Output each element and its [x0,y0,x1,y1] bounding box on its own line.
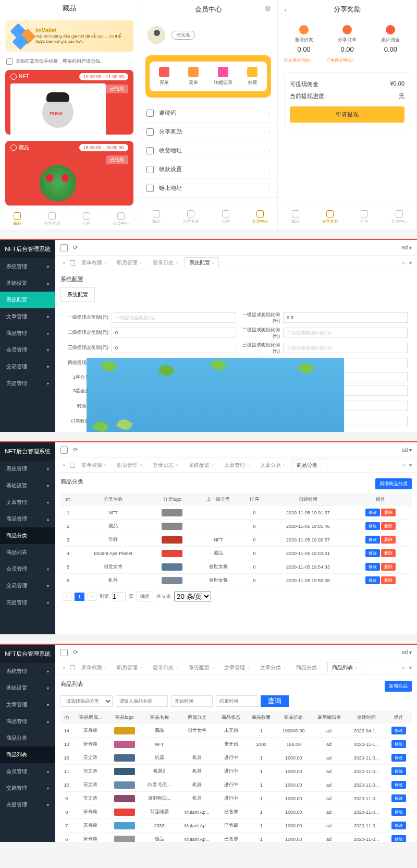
sidebar-item-member[interactable]: 会员管理▾ [0,763,55,780]
sidebar-item-category[interactable]: 商品分类 [0,527,55,544]
menu-icon[interactable] [60,447,68,454]
sidebar-item-category[interactable]: 商品分类 [0,730,55,746]
tabs-prev-icon[interactable]: « [60,260,68,266]
menu-icon[interactable] [60,649,68,656]
edit-button[interactable]: 修改 [365,536,380,544]
tabs-prev-icon[interactable]: « [60,462,68,468]
quick-transfer[interactable]: 转赠记录 [208,62,238,91]
sidebar-item-article[interactable]: 文章管理▾ [0,308,55,325]
refresh-icon[interactable]: ⟳ [73,447,78,453]
menu-share[interactable]: 分享奖励› [139,123,278,141]
close-icon[interactable]: × [104,260,107,265]
tab-share[interactable]: 分享奖励 [174,207,208,230]
config-input[interactable] [112,328,236,338]
sidebar-item-trade[interactable]: 交易管理▾ [0,358,55,375]
add-category-button[interactable]: 新增商品分类 [375,478,412,489]
edit-button[interactable]: 修改 [391,781,406,789]
back-icon[interactable]: ‹ [284,6,286,14]
user-menu[interactable]: ad ▾ [402,447,412,453]
tab-sysconfig[interactable]: 系统配置× [185,257,219,268]
sidebar-item-system[interactable]: 系统管理▾ [0,663,55,680]
sidebar-item-trade[interactable]: 交易管理▾ [0,577,55,594]
sidebar-item-system[interactable]: 系统管理▾ [0,461,55,477]
menu-icon[interactable] [60,244,68,251]
home-icon[interactable] [70,260,75,266]
tab-member[interactable]: 会员中心 [243,207,277,230]
sidebar-item-goodslist[interactable]: 商品列表 [0,746,55,763]
add-goods-button[interactable]: 新增商品 [385,681,412,692]
avatar[interactable] [148,26,165,44]
tabs-next-icon[interactable]: » [400,462,407,468]
filter-name-input[interactable] [116,695,168,707]
config-input[interactable] [112,312,236,323]
tab-notice[interactable]: 公告 [69,209,104,230]
pager-next[interactable]: › [88,593,96,601]
user-menu[interactable]: ad ▾ [402,245,412,250]
quick-balance[interactable]: 余额 [238,62,267,91]
sidebar-item-basic[interactable]: 基础设置▾ [0,477,55,494]
config-input[interactable] [283,343,408,353]
tab-staff[interactable]: 职员管理× [113,258,146,268]
config-input[interactable] [112,343,236,353]
link-friend-detail[interactable]: 好友佣金明细> [284,57,326,63]
tab-notice[interactable]: 公告 [208,207,243,230]
edit-button[interactable]: 修改 [365,509,380,516]
pager-goto-input[interactable] [112,592,126,601]
config-input[interactable] [283,312,408,323]
sidebar-item-basic[interactable]: 基础设置▴ [0,275,55,292]
link-order-detail[interactable]: 订单佣金明细> [326,57,369,63]
edit-button[interactable]: 修改 [391,727,406,734]
menu-payment[interactable]: 收款设置› [139,160,278,179]
filter-start-input[interactable] [171,695,213,707]
inner-tab[interactable]: 系统配置 [60,287,95,302]
sidebar-item-charge[interactable]: 充提管理▾ [0,594,55,611]
auction-card-nft[interactable]: NFT10:00:00 - 11:00:00 已结束 [5,70,133,135]
gear-icon[interactable]: ⚙ [265,5,271,13]
tab-member[interactable]: 会员中心 [104,209,138,230]
edit-button[interactable]: 修改 [365,563,380,571]
quick-sell[interactable]: 卖单 [179,62,208,91]
delete-button[interactable]: 删除 [381,563,396,571]
delete-button[interactable]: 删除 [381,536,396,544]
edit-button[interactable]: 修改 [365,549,380,557]
sidebar-item-trade[interactable]: 交易管理▾ [0,780,55,797]
tab-notice[interactable]: 公告 [347,207,382,230]
tabs-next-icon[interactable]: » [400,260,407,266]
sidebar-item-article[interactable]: 文章管理▾ [0,494,55,511]
sidebar-item-basic[interactable]: 基础设置▾ [0,680,55,696]
pager-confirm[interactable]: 确定 [137,592,153,601]
sidebar-item-system[interactable]: 系统管理▾ [0,258,55,275]
apply-withdraw-button[interactable]: 申请提现 [290,106,404,123]
quick-buy[interactable]: 买单 [150,62,179,91]
edit-button[interactable]: 修改 [391,835,406,842]
promo-banner[interactable]: imMalletmột thị trường đấu giá nơi tất c… [5,20,133,52]
tab-login-log[interactable]: 登录日志× [149,258,182,268]
edit-button[interactable]: 修改 [391,767,406,775]
filter-category[interactable]: 请选择商品分类 [60,695,113,707]
menu-address[interactable]: 收货地址› [139,141,278,160]
edit-button[interactable]: 修改 [391,808,406,816]
delete-button[interactable]: 删除 [381,522,396,530]
pager-page[interactable]: 1 [75,593,84,601]
tab-collection[interactable]: 藏品 [0,209,34,230]
tab-menu-perm[interactable]: 菜单权限× [77,258,111,268]
tab-share[interactable]: 分享奖励 [313,207,347,230]
menu-invite[interactable]: 邀请码› [139,104,278,123]
sidebar-item-member[interactable]: 会员管理▾ [0,561,55,577]
home-icon[interactable] [70,463,75,468]
delete-button[interactable]: 删除 [381,576,396,584]
auction-card-collection[interactable]: 藏品15:00:00 - 16:00:00 已结束 [5,141,133,206]
sidebar-item-article[interactable]: 文章管理▾ [0,696,55,713]
filter-end-input[interactable] [216,695,257,707]
sidebar-item-goods[interactable]: 商品管理▴ [0,511,55,527]
edit-button[interactable]: 修改 [391,740,406,748]
sidebar-item-config[interactable]: 系统配置 [0,292,55,308]
user-menu[interactable]: ad ▾ [402,649,412,655]
pager-size[interactable]: 20 条/页 [174,592,211,601]
tab-collection[interactable]: 藏品 [139,207,174,230]
sidebar-item-goodslist[interactable]: 商品列表 [0,544,55,561]
sidebar-item-goods[interactable]: 商品管理▴ [0,713,55,730]
edit-button[interactable]: 修改 [365,522,380,530]
refresh-icon[interactable]: ⟳ [73,649,78,656]
search-button[interactable]: 查询 [261,695,289,707]
